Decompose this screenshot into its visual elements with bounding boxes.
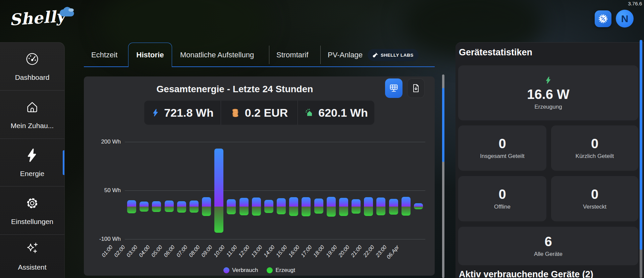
- chart-bar-verbrauch[interactable]: [314, 199, 323, 207]
- export-button[interactable]: [407, 78, 425, 98]
- promotions-button[interactable]: [595, 10, 611, 27]
- chart-bar-erzeugt[interactable]: [389, 207, 398, 215]
- chart-bar-erzeugt[interactable]: [165, 207, 174, 212]
- chart-bar-verbrauch[interactable]: [289, 197, 298, 207]
- y-axis-tick-label: 200 Wh: [90, 138, 121, 145]
- avatar-initial: N: [621, 13, 629, 24]
- chart-bar-verbrauch[interactable]: [239, 198, 249, 207]
- stat-label: Offline: [494, 204, 511, 210]
- all-devices-label: Alle Geräte: [534, 251, 562, 258]
- chart-bar-erzeugt[interactable]: [376, 207, 385, 215]
- chart-bar-erzeugt[interactable]: [352, 207, 361, 214]
- sidebar-item-dashboard[interactable]: Dashboard: [0, 43, 64, 91]
- chart-bar-erzeugt[interactable]: [202, 207, 211, 216]
- chart-bar-verbrauch[interactable]: [376, 198, 385, 207]
- app-version: 3.76.6: [628, 1, 642, 6]
- badge-percent-icon: [598, 14, 608, 24]
- chart-bar-verbrauch[interactable]: [152, 201, 161, 207]
- chart-bar-verbrauch[interactable]: [339, 198, 348, 207]
- right-scrollbar-thumb[interactable]: [640, 40, 642, 250]
- chart-bar-erzeugt[interactable]: [327, 207, 336, 217]
- gear-icon: [24, 196, 40, 211]
- chart-bar-erzeugt[interactable]: [227, 207, 236, 214]
- stat-card-versteckt: 0 Versteckt: [551, 176, 638, 221]
- tab-divider: [269, 46, 269, 64]
- chart-bar-verbrauch[interactable]: [327, 197, 336, 207]
- pv-view-toggle-button[interactable]: [385, 78, 402, 98]
- bolt-blue-icon: [151, 108, 160, 118]
- tab-historie[interactable]: Historie: [128, 43, 172, 67]
- tab-bar: Echtzeit Historie Monatliche Aufstellung…: [84, 43, 435, 67]
- chart-bar-erzeugt[interactable]: [401, 207, 411, 216]
- chart-bar-verbrauch[interactable]: [177, 201, 186, 207]
- chart-bar-erzeugt[interactable]: [214, 207, 223, 233]
- file-download-icon: [411, 84, 421, 93]
- tab-label: Echtzeit: [91, 51, 117, 59]
- chart-bar-erzeugt[interactable]: [190, 207, 199, 213]
- chart-bar-verbrauch[interactable]: [364, 197, 373, 207]
- chart-bar-erzeugt[interactable]: [140, 207, 149, 212]
- generation-value: 16.6 W: [527, 88, 570, 101]
- total-production: 620.1 Wh: [298, 101, 374, 125]
- shelly-logo[interactable]: Shelly: [9, 6, 80, 31]
- solar-panel-icon: [389, 83, 399, 93]
- sidebar-item-einstellungen[interactable]: Einstellungen: [0, 186, 64, 235]
- main-scrollbar-thumb[interactable]: [442, 88, 444, 162]
- all-devices-value: 6: [544, 235, 552, 248]
- chart-bar-erzeugt[interactable]: [414, 207, 423, 209]
- chart-bar-erzeugt[interactable]: [127, 207, 136, 213]
- chart-bar-verbrauch[interactable]: [389, 199, 398, 207]
- chart-bar-verbrauch[interactable]: [302, 197, 311, 207]
- sidebar-item-assistent[interactable]: Assistent: [0, 235, 64, 278]
- chart-bar-erzeugt[interactable]: [302, 207, 311, 216]
- tab-pv-anlage[interactable]: PV-Anlage: [328, 43, 363, 67]
- user-avatar[interactable]: N: [616, 10, 634, 27]
- energy-history-panel: Gesamtenergie - Letzte 24 Stunden: [84, 76, 435, 276]
- chart-bar-erzeugt[interactable]: [364, 207, 373, 216]
- chart-bar-verbrauch[interactable]: [277, 198, 286, 207]
- chart-bar-verbrauch[interactable]: [252, 198, 261, 207]
- chart-bar-erzeugt[interactable]: [239, 207, 249, 215]
- chart-bar-verbrauch[interactable]: [352, 199, 361, 207]
- chart-bar-verbrauch[interactable]: [214, 149, 223, 207]
- tab-monatliche-aufstellung[interactable]: Monatliche Aufstellung: [180, 43, 254, 67]
- gridline: [125, 239, 425, 239]
- gridline: [125, 190, 425, 191]
- generation-card: 16.6 W Erzeugung: [458, 65, 638, 120]
- tab-echtzeit[interactable]: Echtzeit: [91, 43, 117, 67]
- main-scrollbar[interactable]: [442, 74, 444, 278]
- stat-card-offline: 0 Offline: [458, 176, 546, 221]
- chart-bar-erzeugt[interactable]: [264, 207, 273, 213]
- house-green-icon: [304, 107, 314, 118]
- chart-bar-verbrauch[interactable]: [401, 197, 411, 207]
- chart-bar-erzeugt[interactable]: [339, 207, 348, 216]
- sidebar-item-energie[interactable]: Energie: [0, 139, 64, 186]
- chart-bar-verbrauch[interactable]: [202, 197, 211, 207]
- chart-bar-erzeugt[interactable]: [177, 207, 186, 213]
- chart-bar-verbrauch[interactable]: [190, 201, 199, 207]
- chart-bar-erzeugt[interactable]: [277, 207, 286, 214]
- chart-title: Gesamtenergie - Letzte 24 Stunden: [84, 84, 386, 95]
- chart-bar-erzeugt[interactable]: [289, 207, 298, 216]
- total-cost-value: 0.2 EUR: [245, 106, 288, 119]
- tab-stromtarif[interactable]: Stromtarif: [276, 43, 308, 67]
- chart-bar-erzeugt[interactable]: [252, 207, 261, 216]
- chart-bar-verbrauch[interactable]: [165, 201, 174, 207]
- chart-bar-verbrauch[interactable]: [127, 200, 136, 207]
- stat-label: Insgesamt Geteilt: [480, 153, 524, 160]
- chart-bar-verbrauch[interactable]: [140, 202, 149, 207]
- chart-bar-erzeugt[interactable]: [314, 207, 323, 214]
- chart-bar-verbrauch[interactable]: [414, 203, 423, 207]
- gridline: [125, 142, 425, 142]
- right-scrollbar[interactable]: [640, 40, 642, 278]
- shelly-labs-badge[interactable]: SHELLY LABS: [368, 49, 419, 61]
- sidebar-item-mein-zuhause[interactable]: Mein Zuhau...: [0, 91, 64, 139]
- legend-verbrauch[interactable]: Verbrauch: [223, 267, 258, 274]
- chart-bar-erzeugt[interactable]: [152, 207, 161, 212]
- chart-bar-verbrauch[interactable]: [264, 200, 273, 207]
- sparkle-plus-icon: [24, 241, 40, 257]
- bolt-icon: [24, 148, 40, 163]
- y-axis-tick-label: 50 Wh: [90, 187, 121, 194]
- verbrauch-marker-icon: [223, 267, 229, 273]
- chart-bar-verbrauch[interactable]: [227, 199, 236, 207]
